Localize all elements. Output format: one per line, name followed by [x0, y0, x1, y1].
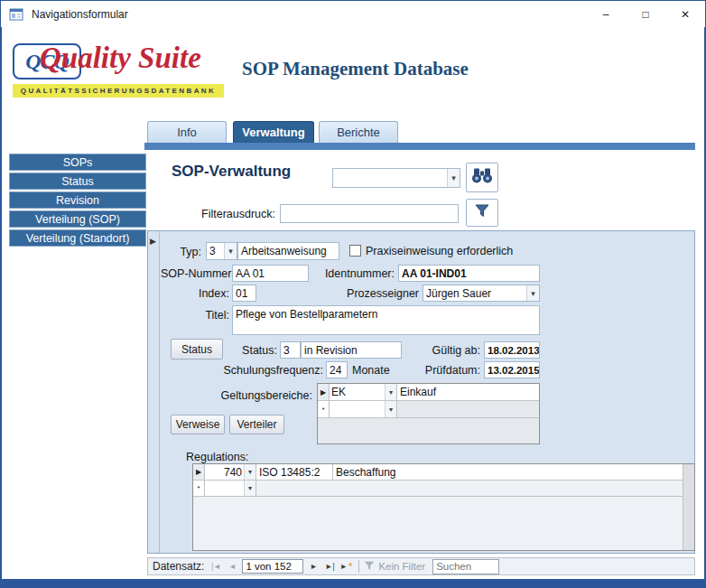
logo-name: Quality Suite	[40, 42, 201, 75]
typ-text-field[interactable]: Arbeitsanweisung	[237, 242, 339, 260]
dropdown-icon[interactable]: ▾	[244, 481, 255, 496]
filter-button[interactable]	[466, 199, 498, 227]
next-record-button[interactable]: ►	[305, 559, 321, 574]
tab-info-label: Info	[177, 126, 197, 139]
app-window: Navigationsformular – □ ✕ QCQ Quality Su…	[0, 0, 706, 588]
titel-label: Titel:	[161, 309, 229, 322]
geltungsbereich-code-combo[interactable]: EK ▾	[330, 384, 397, 400]
table-row: ▶ 740 ▾ ISO 13485:2 Beschaffung	[193, 464, 683, 481]
sidebar-item-label: Status	[61, 175, 93, 188]
row-selector[interactable]: ▶	[318, 384, 330, 400]
geltungsbereiche-label: Geltungsbereiche:	[202, 389, 312, 402]
prozesseigner-value: Jürgen Sauer	[423, 287, 526, 300]
new-row-selector[interactable]: *	[318, 401, 330, 417]
geltungsbereich-code-combo-new[interactable]: ▾	[330, 401, 397, 417]
window-controls: – □ ✕	[586, 1, 705, 27]
gueltig-ab-field[interactable]: 18.02.2013	[484, 341, 540, 359]
titlebar[interactable]: Navigationsformular – □ ✕	[1, 1, 705, 27]
typ-text-value: Arbeitsanweisung	[241, 245, 327, 257]
regulation-code-combo-new[interactable]: ▾	[205, 481, 256, 496]
record-search-input[interactable]	[432, 559, 499, 574]
dropdown-icon[interactable]: ▾	[385, 401, 396, 417]
find-button[interactable]	[466, 163, 498, 192]
regulation-name-value: Beschaffung	[336, 466, 396, 479]
first-record-button[interactable]: |◄	[208, 559, 224, 574]
sidebar-item-sops[interactable]: SOPs	[9, 154, 146, 171]
table-row: ▶ EK ▾ Einkauf	[318, 384, 539, 401]
typ-label: Typ:	[161, 246, 201, 258]
subform-scrollbar[interactable]	[683, 464, 694, 550]
navigation-form-icon	[9, 7, 23, 22]
titel-field[interactable]: Pflege von Bestellparametern	[232, 305, 540, 335]
sop-nummer-label: SOP-Nummer:	[161, 267, 229, 280]
tab-info[interactable]: Info	[147, 121, 227, 143]
schulungsfrequenz-field[interactable]: 24	[326, 361, 348, 378]
page-title: SOP-Verwaltung	[172, 163, 291, 181]
tab-verwaltung-label: Verwaltung	[242, 126, 304, 139]
filter-expression-input[interactable]	[280, 204, 459, 223]
dropdown-icon[interactable]: ▾	[244, 464, 255, 480]
sidebar-item-label: SOPs	[63, 156, 93, 169]
sidebar-item-status[interactable]: Status	[9, 173, 146, 190]
record-navigation: Datensatz: |◄ ◄ 1 von 152 ► ►| ► * Kein …	[147, 557, 695, 575]
new-record-button[interactable]: ► *	[338, 559, 354, 574]
regulations-subform: ▶ 740 ▾ ISO 13485:2 Beschaffung *	[192, 463, 695, 551]
verteiler-button-label: Verteiler	[237, 418, 276, 431]
identnummer-field[interactable]: AA 01-IND01	[398, 265, 540, 282]
monate-label: Monate	[352, 364, 390, 377]
tab-berichte[interactable]: Berichte	[319, 121, 398, 143]
status-code-field[interactable]: 3	[280, 341, 301, 359]
regulation-standard-value: ISO 13485:2	[259, 466, 320, 479]
new-record-arrow: ►	[340, 562, 348, 571]
identnummer-label: Identnummer:	[320, 267, 395, 280]
dropdown-icon[interactable]: ▾	[385, 384, 396, 400]
dropdown-icon[interactable]: ▾	[526, 285, 539, 301]
record-selector-icon: ▶	[150, 237, 156, 246]
regulation-standard-cell[interactable]: ISO 13485:2	[256, 464, 333, 480]
last-record-button[interactable]: ►|	[321, 559, 338, 574]
regulation-name-cell[interactable]: Beschaffung	[333, 464, 683, 480]
sidebar-item-revision[interactable]: Revision	[9, 191, 146, 209]
verweise-button[interactable]: Verweise	[171, 415, 225, 434]
status-text-value: in Revision	[304, 344, 358, 357]
minimize-button[interactable]: –	[586, 1, 626, 27]
dropdown-icon[interactable]: ▾	[224, 243, 237, 259]
sop-form: ▶ Typ: 3 ▾ Arbeitsanweisung Praxiseinwei…	[147, 230, 695, 554]
geltungsbereiche-subform: ▶ EK ▾ Einkauf * ▾	[317, 383, 540, 444]
verweise-button-label: Verweise	[176, 418, 220, 431]
status-code-value: 3	[283, 344, 290, 357]
geltungsbereich-name-cell[interactable]: Einkauf	[397, 384, 539, 400]
record-position-box[interactable]: 1 von 152	[242, 559, 303, 574]
sidebar-item-label: Verteilung (SOP)	[35, 213, 120, 226]
status-button[interactable]: Status	[171, 339, 223, 359]
praxiseinweisung-checkbox[interactable]	[349, 245, 361, 257]
new-row-selector[interactable]: *	[193, 481, 205, 496]
maximize-button[interactable]: □	[626, 1, 665, 27]
typ-code-combo[interactable]: 3 ▾	[206, 242, 237, 260]
verteiler-button[interactable]: Verteiler	[229, 415, 284, 434]
close-button[interactable]: ✕	[665, 1, 705, 27]
sidebar-item-label: Verteilung (Standort)	[26, 232, 130, 245]
record-selector[interactable]: ▶	[148, 231, 160, 553]
sidebar-item-verteilung-sop[interactable]: Verteilung (SOP)	[9, 210, 146, 228]
quick-search-combo[interactable]: ▾	[332, 168, 460, 188]
tab-verwaltung[interactable]: Verwaltung	[233, 121, 314, 143]
schulungsfrequenz-label: Schulungsfrequenz:	[211, 364, 323, 377]
window-title: Navigationsformular	[32, 8, 128, 21]
row-selector[interactable]: ▶	[193, 464, 205, 480]
sop-nummer-value: AA 01	[236, 267, 265, 280]
dropdown-icon[interactable]: ▾	[447, 169, 460, 187]
geltungsbereich-code-value: EK	[330, 386, 385, 398]
datensatz-label: Datensatz:	[153, 560, 204, 573]
logo-subtitle: QUALITÄTSSICHERUNGSDATENBANK	[13, 84, 224, 98]
regulation-code-combo[interactable]: 740 ▾	[205, 464, 256, 480]
index-field[interactable]: 01	[232, 285, 256, 302]
filter-status-button[interactable]: Kein Filter	[364, 561, 425, 573]
prozesseigner-combo[interactable]: Jürgen Sauer ▾	[423, 285, 540, 302]
status-label: Status:	[237, 344, 277, 357]
pruefdatum-field[interactable]: 13.02.2015	[484, 361, 540, 378]
sidebar-item-verteilung-standort[interactable]: Verteilung (Standort)	[9, 229, 146, 247]
sop-nummer-field[interactable]: AA 01	[232, 265, 309, 282]
status-text-field[interactable]: in Revision	[301, 341, 402, 359]
previous-record-button[interactable]: ◄	[224, 559, 240, 574]
